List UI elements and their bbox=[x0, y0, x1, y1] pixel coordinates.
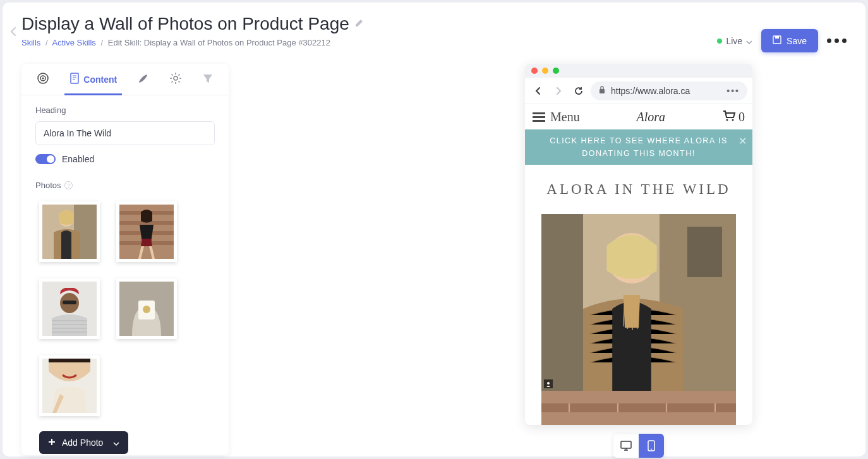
page-title: Display a Wall of Photos on Product Page bbox=[21, 14, 349, 34]
back-arrow[interactable] bbox=[10, 27, 16, 39]
window-min-icon[interactable] bbox=[542, 68, 548, 74]
funnel-icon bbox=[202, 73, 214, 86]
heading-input[interactable] bbox=[35, 121, 215, 145]
svg-point-31 bbox=[726, 119, 728, 121]
chevron-down-icon bbox=[746, 36, 752, 46]
url-more-icon[interactable]: ••• bbox=[726, 86, 740, 96]
svg-rect-36 bbox=[687, 227, 722, 277]
enabled-label: Enabled bbox=[62, 154, 94, 164]
lock-icon bbox=[598, 85, 606, 96]
photo-thumb-4[interactable] bbox=[116, 278, 177, 339]
tab-target[interactable] bbox=[32, 64, 54, 95]
preview-section-title: ALORA IN THE WILD bbox=[541, 181, 736, 198]
browser-back-icon[interactable] bbox=[530, 83, 546, 99]
photo-thumb-3[interactable] bbox=[39, 278, 100, 339]
tab-settings[interactable] bbox=[164, 64, 187, 95]
close-icon[interactable]: ✕ bbox=[738, 133, 748, 150]
photo-thumb-5[interactable] bbox=[39, 355, 100, 416]
gear-icon bbox=[169, 72, 182, 87]
svg-rect-1 bbox=[775, 36, 779, 39]
tab-style[interactable] bbox=[132, 64, 154, 95]
hamburger-icon bbox=[533, 112, 545, 122]
site-logo: Alora bbox=[637, 110, 666, 124]
chevron-down-icon bbox=[113, 438, 119, 448]
window-close-icon[interactable] bbox=[531, 68, 538, 74]
preview-scroll[interactable]: ALORA IN THE WILD bbox=[525, 165, 752, 425]
svg-rect-5 bbox=[71, 73, 78, 83]
photo-thumb-2[interactable] bbox=[116, 201, 177, 262]
site-menu-button[interactable]: Menu bbox=[533, 110, 580, 124]
url-text: https://www.alora.ca bbox=[611, 86, 690, 96]
document-icon bbox=[69, 73, 80, 86]
pencil-icon[interactable] bbox=[354, 18, 365, 30]
svg-point-42 bbox=[547, 382, 550, 384]
preview-photo-2 bbox=[541, 391, 736, 425]
svg-point-9 bbox=[174, 76, 178, 80]
breadcrumb-active-skills[interactable]: Active Skills bbox=[52, 38, 96, 47]
svg-point-4 bbox=[42, 77, 44, 79]
enabled-toggle[interactable] bbox=[35, 154, 56, 164]
heading-label: Heading bbox=[35, 105, 215, 115]
window-max-icon[interactable] bbox=[553, 68, 559, 74]
window-controls bbox=[525, 64, 752, 78]
status-label: Live bbox=[726, 36, 742, 46]
breadcrumb-skills[interactable]: Skills bbox=[21, 38, 40, 47]
config-panel: Content H bbox=[21, 64, 229, 455]
target-icon bbox=[37, 72, 49, 87]
help-icon[interactable]: ? bbox=[64, 181, 73, 189]
more-menu[interactable] bbox=[827, 39, 847, 43]
brush-icon bbox=[137, 73, 148, 86]
svg-point-63 bbox=[651, 449, 652, 450]
add-photo-button[interactable]: Add Photo bbox=[39, 431, 128, 454]
url-bar[interactable]: https://www.alora.ca ••• bbox=[591, 81, 747, 100]
plus-icon bbox=[48, 438, 56, 448]
browser-reload-icon[interactable] bbox=[570, 83, 587, 99]
preview-photo-1 bbox=[541, 214, 736, 391]
breadcrumb: Skills / Active Skills / Edit Skill: Dis… bbox=[21, 38, 365, 47]
svg-rect-30 bbox=[600, 89, 605, 93]
svg-rect-21 bbox=[63, 301, 76, 304]
save-icon bbox=[773, 35, 781, 46]
cart-icon bbox=[722, 110, 736, 124]
svg-rect-44 bbox=[541, 403, 736, 412]
cart-button[interactable]: 0 bbox=[722, 110, 745, 124]
tab-filter[interactable] bbox=[197, 64, 219, 95]
instagram-icon bbox=[544, 379, 553, 388]
breadcrumb-current: Edit Skill: Display a Wall of Photos on … bbox=[108, 38, 330, 47]
photos-label: Photos bbox=[35, 181, 61, 190]
desktop-view-button[interactable] bbox=[613, 434, 639, 458]
status-dropdown[interactable]: Live bbox=[717, 36, 752, 46]
svg-rect-35 bbox=[541, 214, 583, 391]
svg-point-32 bbox=[732, 119, 733, 121]
preview-device: https://www.alora.ca ••• Menu Alora 0 bbox=[525, 64, 752, 425]
tab-content[interactable]: Content bbox=[64, 64, 122, 95]
svg-rect-59 bbox=[621, 441, 631, 448]
svg-point-28 bbox=[143, 306, 150, 313]
donation-banner[interactable]: CLICK HERE TO SEE WHERE ALORA IS DONATIN… bbox=[525, 129, 752, 165]
save-button[interactable]: Save bbox=[761, 29, 818, 52]
mobile-view-button[interactable] bbox=[639, 434, 664, 458]
browser-forward-icon[interactable] bbox=[550, 83, 567, 99]
photo-thumb-1[interactable] bbox=[39, 201, 100, 262]
status-dot-icon bbox=[717, 39, 722, 44]
